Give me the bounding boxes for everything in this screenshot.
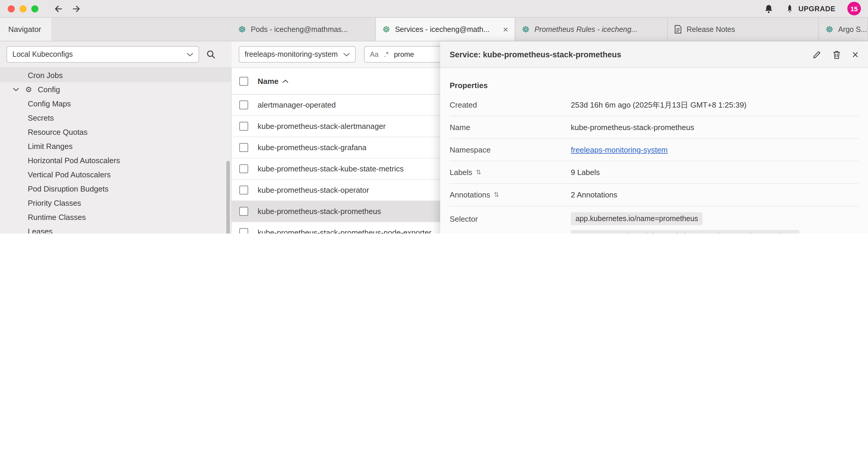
- namespace-link[interactable]: freeleaps-monitoring-system: [571, 145, 668, 154]
- kubeconfig-bar: Local Kubeconfigs: [0, 41, 231, 68]
- table-row[interactable]: alertmanager-operated: [231, 95, 440, 116]
- close-tab-icon[interactable]: ×: [498, 24, 508, 34]
- table-row[interactable]: kube-prometheus-stack-grafana: [231, 137, 440, 158]
- tab-release-notes[interactable]: Release Notes: [668, 18, 819, 41]
- property-value: 2 Annotations: [571, 191, 617, 199]
- drawer-header: Service: kube-prometheus-stack-prometheu…: [440, 41, 868, 68]
- sidebar-item-priority-classes[interactable]: Priority Classes: [0, 196, 231, 210]
- service-name: kube-prometheus-stack-prometheus-node-ex…: [258, 228, 431, 233]
- expand-toggle-icon[interactable]: ⇅: [494, 191, 499, 199]
- property-row-selector: Selector app.kubernetes.io/name=promethe…: [450, 206, 859, 233]
- close-window-button[interactable]: [8, 5, 15, 12]
- table-search-input[interactable]: Aa .* prome: [364, 46, 447, 63]
- navigator-panel-header[interactable]: Navigator: [0, 18, 52, 41]
- row-checkbox[interactable]: [239, 185, 248, 195]
- tab-pods[interactable]: ☸ Pods - icecheng@mathmas...: [231, 18, 376, 41]
- service-name: kube-prometheus-stack-operator: [258, 185, 369, 195]
- property-value: 253d 16h 6m ago (2025年1月13日 GMT+8 1:25:3…: [571, 99, 747, 110]
- tab-label: Prometheus Rules - icecheng...: [534, 25, 638, 33]
- search-query-text: prome: [394, 50, 414, 59]
- delete-trash-icon[interactable]: [833, 50, 841, 59]
- sidebar-item-label: Vertical Pod Autoscalers: [28, 170, 111, 179]
- select-all-checkbox[interactable]: [239, 77, 248, 85]
- table-row[interactable]: kube-prometheus-stack-alertmanager: [231, 116, 440, 137]
- row-checkbox[interactable]: [239, 143, 248, 152]
- tab-label: Pods - icecheng@mathmas...: [251, 25, 348, 33]
- sidebar-item-horizontal-pod-autoscalers[interactable]: Horizontal Pod Autoscalers: [0, 153, 231, 167]
- edit-pencil-icon[interactable]: [812, 50, 821, 59]
- table-row[interactable]: kube-prometheus-stack-prometheus-node-ex…: [231, 222, 440, 233]
- row-checkbox[interactable]: [239, 164, 248, 173]
- chevron-down-icon: [343, 52, 350, 56]
- sidebar-item-label: Resource Quotas: [28, 127, 88, 136]
- maximize-window-button[interactable]: [31, 5, 38, 12]
- sidebar-item-pod-disruption-budgets[interactable]: Pod Disruption Budgets: [0, 181, 231, 196]
- service-details-drawer: Service: kube-prometheus-stack-prometheu…: [440, 41, 868, 233]
- selector-badge: operator.prometheus.io/name=kube-prometh…: [571, 230, 800, 233]
- sidebar-item-leases[interactable]: Leases: [0, 224, 231, 233]
- sidebar-item-vertical-pod-autoscalers[interactable]: Vertical Pod Autoscalers: [0, 167, 231, 181]
- selector-badge: app.kubernetes.io/name=prometheus: [571, 212, 703, 225]
- row-checkbox[interactable]: [239, 122, 248, 130]
- search-icon[interactable]: [206, 50, 216, 59]
- property-label: Annotations: [450, 191, 490, 199]
- row-checkbox[interactable]: [239, 207, 248, 216]
- notification-count-badge[interactable]: 15: [847, 2, 861, 16]
- sidebar-item-resource-quotas[interactable]: Resource Quotas: [0, 125, 231, 139]
- sidebar-item-config-maps[interactable]: Config Maps: [0, 96, 231, 111]
- sidebar-item-label: Config: [38, 85, 60, 94]
- property-label: Created: [450, 100, 571, 109]
- tab-argo[interactable]: ☸ Argo S...: [819, 18, 868, 41]
- row-checkbox[interactable]: [239, 100, 248, 109]
- gear-icon: ⚙: [24, 85, 34, 94]
- property-label: Labels: [450, 168, 472, 177]
- forward-icon[interactable]: [71, 4, 81, 13]
- editor-tabs: ☸ Pods - icecheng@mathmas... ☸ Services …: [231, 18, 868, 41]
- sidebar-item-config[interactable]: ⚙ Config: [0, 82, 231, 96]
- tab-band: Navigator ☸ Pods - icecheng@mathmas... ☸…: [0, 18, 868, 41]
- expand-toggle-icon[interactable]: ⇅: [476, 169, 481, 176]
- sidebar-item-cron-jobs[interactable]: Cron Jobs: [0, 68, 231, 82]
- tab-services[interactable]: ☸ Services - icecheng@math... ×: [376, 18, 515, 41]
- sidebar-item-limit-ranges[interactable]: Limit Ranges: [0, 139, 231, 153]
- sidebar-item-secrets[interactable]: Secrets: [0, 111, 231, 125]
- name-column-header[interactable]: Name: [258, 77, 279, 85]
- tab-band-spacer: [52, 18, 231, 41]
- property-row-labels: Labels⇅ 9 Labels: [450, 162, 859, 184]
- table-row[interactable]: kube-prometheus-stack-operator: [231, 180, 440, 201]
- tab-prometheus-rules[interactable]: ☸ Prometheus Rules - icecheng...: [515, 18, 668, 41]
- close-icon[interactable]: ×: [852, 49, 859, 60]
- property-label: Namespace: [450, 145, 571, 154]
- sidebar-scrollbar-thumb[interactable]: [226, 161, 230, 233]
- sidebar-item-label: Runtime Classes: [28, 212, 86, 222]
- table-row-selected[interactable]: kube-prometheus-stack-prometheus: [231, 201, 440, 222]
- back-icon[interactable]: [54, 4, 63, 13]
- service-name: kube-prometheus-stack-prometheus: [258, 207, 381, 216]
- sidebar-item-label: Config Maps: [28, 99, 71, 108]
- minimize-window-button[interactable]: [20, 5, 27, 12]
- kubeconfig-select[interactable]: Local Kubeconfigs: [6, 46, 199, 63]
- match-case-toggle[interactable]: Aa: [370, 50, 378, 59]
- sort-ascending-icon[interactable]: [283, 79, 289, 83]
- drawer-body: Properties Created 253d 16h 6m ago (2025…: [440, 68, 868, 233]
- sidebar-item-label: Pod Disruption Budgets: [28, 184, 108, 193]
- kubernetes-icon: ☸: [382, 25, 390, 34]
- service-name: kube-prometheus-stack-kube-state-metrics: [258, 164, 404, 173]
- sidebar-item-runtime-classes[interactable]: Runtime Classes: [0, 210, 231, 224]
- app-window: UPGRADE 15 Navigator ☸ Pods - icecheng@m…: [0, 0, 868, 233]
- upgrade-button[interactable]: UPGRADE: [785, 4, 836, 13]
- regex-toggle[interactable]: .*: [384, 50, 389, 59]
- namespace-filter-select[interactable]: freeleaps-monitoring-system: [239, 46, 356, 63]
- kubernetes-icon: ☸: [522, 25, 530, 34]
- namespace-filter-value: freeleaps-monitoring-system: [245, 50, 338, 59]
- notifications-bell-icon[interactable]: [764, 4, 773, 13]
- sidebar-item-label: Limit Ranges: [28, 142, 73, 150]
- navigator-sidebar: Cron Jobs ⚙ Config Config Maps Secrets R…: [0, 68, 231, 233]
- table-row[interactable]: kube-prometheus-stack-kube-state-metrics: [231, 158, 440, 180]
- row-checkbox[interactable]: [239, 228, 248, 233]
- property-value: 9 Labels: [571, 168, 600, 177]
- properties-section-heading: Properties: [450, 76, 859, 94]
- window-controls: [8, 5, 38, 12]
- sidebar-item-label: Cron Jobs: [28, 71, 63, 80]
- rocket-icon: [785, 4, 794, 13]
